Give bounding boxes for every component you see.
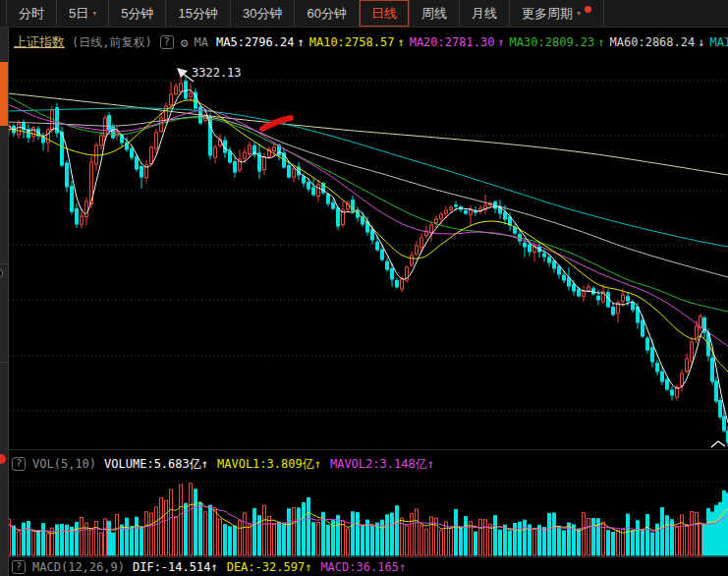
help-icon[interactable]: ? <box>12 457 26 471</box>
period-tab-label: 5分钟 <box>121 5 153 23</box>
arrow-up-icon: ↑ <box>314 457 321 471</box>
ma-values: MA5:2796.24↑MA10:2758.57↑MA20:2781.30↑MA… <box>216 35 728 49</box>
macd-indicator-legend: ? MACD(12,26,9) DIF:-14.514↑DEA:-32.597↑… <box>12 559 415 575</box>
orange-marker-block <box>0 62 8 126</box>
indicator-name: MA <box>195 35 208 49</box>
indicator-value: MACD:36.165↑ <box>320 560 406 574</box>
help-icon[interactable]: ? <box>12 560 26 574</box>
arrow-up-icon: ↑ <box>305 560 311 574</box>
period-tab-15min[interactable]: 15分钟 <box>166 0 230 27</box>
indicator-value: MAVOL2:3.148亿↑ <box>330 457 434 471</box>
symbol-title[interactable]: 上证指数 <box>14 33 65 51</box>
period-tab-label: 15分钟 <box>178 5 217 23</box>
indicator-value: VOLUME:5.683亿↑ <box>104 457 208 471</box>
clipped-circle-icon <box>0 268 3 278</box>
left-strip <box>0 28 9 576</box>
period-tab-label: 更多周期 <box>522 5 573 23</box>
period-tab-5d[interactable]: 5日▾ <box>57 0 109 27</box>
volume-indicator-legend: ? VOL(5,10) VOLUME:5.683亿↑MAVOL1:3.809亿↑… <box>12 456 443 472</box>
period-tab-label: 60分钟 <box>307 5 346 23</box>
stock-chart-window: 分时5日▾5分钟15分钟30分钟60分钟日线周线月线更多周期▾ 上证指数 (日线… <box>0 0 728 576</box>
period-tab-5min[interactable]: 5分钟 <box>109 0 166 27</box>
period-tab-30min[interactable]: 30分钟 <box>231 0 295 27</box>
notification-dot <box>585 6 591 13</box>
period-tab-weekly[interactable]: 周线 <box>410 0 460 27</box>
main-indicator-legend: 上证指数 (日线,前复权) ? ⚙ MA MA5:2796.24↑MA10:27… <box>14 34 728 50</box>
period-tab-label: 周线 <box>421 5 447 23</box>
period-tab-label: 月线 <box>472 5 497 23</box>
caret-down-icon: ▾ <box>577 9 581 18</box>
period-tab-daily[interactable]: 日线 <box>360 0 410 27</box>
arrow-up-icon: ↑ <box>597 35 604 49</box>
strip-divider <box>0 263 8 264</box>
indicator-value: MAVOL1:3.809亿↑ <box>217 457 321 471</box>
chart-mode-label: (日线,前复权) <box>72 34 152 51</box>
help-icon[interactable]: ? <box>160 35 174 49</box>
indicator-value: MA60:2868.24↓ <box>610 35 705 49</box>
period-tab-label: 5日 <box>69 5 88 23</box>
period-tab-fenshi[interactable]: 分时 <box>6 0 57 27</box>
period-tab-label: 日线 <box>371 5 397 23</box>
settings-gear-icon[interactable]: ⚙ <box>181 35 189 50</box>
candlestick-chart-canvas[interactable] <box>0 0 728 576</box>
indicator-value: MA20:2781.30↑ <box>410 35 505 49</box>
arrow-down-icon: ↓ <box>698 35 704 49</box>
arrow-up-icon: ↑ <box>297 35 304 49</box>
period-tab-monthly[interactable]: 月线 <box>460 0 510 27</box>
strip-divider <box>0 362 8 363</box>
indicator-value: MA5:2796.24↑ <box>216 35 305 49</box>
vol-values: VOLUME:5.683亿↑MAVOL1:3.809亿↑MAVOL2:3.148… <box>104 456 443 473</box>
arrow-up-icon: ↑ <box>399 560 406 574</box>
period-toolbar: 分时5日▾5分钟15分钟30分钟60分钟日线周线月线更多周期▾ <box>0 0 728 28</box>
arrow-up-icon: ↑ <box>210 560 217 574</box>
red-dot-marker <box>0 454 6 464</box>
vol-indicator-name: VOL(5,10) <box>32 457 96 471</box>
arrow-up-icon: ↑ <box>201 457 208 471</box>
indicator-value: DEA:-32.597↑ <box>227 560 312 574</box>
indicator-value: DIF:-14.514↑ <box>133 560 218 574</box>
indicator-value: MA10:2758.57↑ <box>309 35 405 49</box>
arrow-up-icon: ↑ <box>397 35 404 49</box>
period-tab-label: 分时 <box>19 5 44 23</box>
peak-price-label: 3322.13 <box>192 66 242 80</box>
indicator-value: MA30:2809.23↑ <box>510 35 605 49</box>
caret-down-icon: ▾ <box>92 9 96 18</box>
arrow-up-icon: ↑ <box>427 457 434 471</box>
period-tab-60min[interactable]: 60分钟 <box>295 0 359 27</box>
macd-indicator-name: MACD(12,26,9) <box>32 560 125 574</box>
period-tab-label: 30分钟 <box>243 5 282 23</box>
period-tab-more-periods[interactable]: 更多周期▾ <box>510 0 604 27</box>
arrow-up-icon: ↑ <box>497 35 504 49</box>
macd-values: DIF:-14.514↑DEA:-32.597↑MACD:36.165↑ <box>133 560 415 574</box>
indicator-value: MA120:2968.29 <box>709 35 728 49</box>
